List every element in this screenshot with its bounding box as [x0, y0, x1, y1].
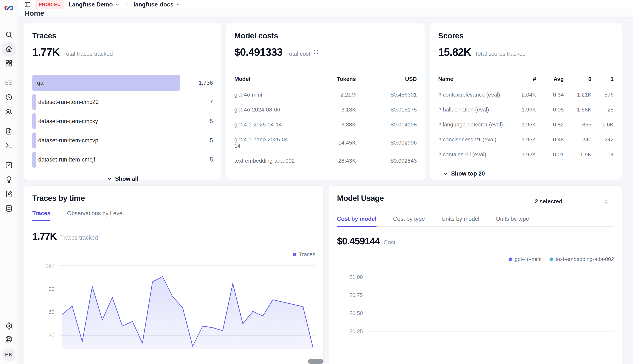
- trace-bar-row[interactable]: dataset-run-item-cmc297: [32, 92, 213, 112]
- users-icon: [5, 108, 13, 116]
- traces-by-time-card: Traces by time TracesObservations by Lev…: [24, 186, 324, 364]
- column-header: #: [508, 76, 536, 87]
- trace-bar-row[interactable]: dataset-run-item-cmcjf5: [32, 150, 213, 169]
- trace-name: qa: [37, 80, 44, 86]
- table-row: gpt-4.1-2025-04-143.38K$0.014108: [234, 117, 417, 132]
- column-header: USD: [356, 76, 417, 87]
- scores-total: 15.82K: [438, 46, 471, 58]
- y-axis-tick: 90: [32, 286, 55, 292]
- database-icon: [5, 204, 13, 212]
- tab-cost-by-model[interactable]: Cost by model: [337, 216, 376, 226]
- trace-name: dataset-run-item-cmcjf: [38, 156, 95, 163]
- usage-cost: $0.459144: [337, 236, 380, 246]
- sidebar-item-home[interactable]: [2, 42, 16, 56]
- project-breadcrumb[interactable]: langfuse-docs: [134, 1, 181, 8]
- sidebar-item-lifebuoy[interactable]: [3, 333, 15, 345]
- lightbulb-icon: [5, 176, 13, 184]
- trace-bar-row[interactable]: dataset-run-item-cmcky5: [32, 112, 213, 131]
- table-row: # conciseness-v1 (eval)1.95K0.48240242: [438, 132, 613, 147]
- row-value: $0.002906: [356, 132, 417, 154]
- table-row: # language-detector (eval)1.95K0.823551.…: [438, 117, 613, 132]
- row-value: 0.01: [536, 147, 564, 162]
- sidebar-toggle-button[interactable]: [24, 1, 31, 8]
- traces-tracked-label: Traces tracked: [60, 234, 98, 241]
- row-value: 14.45K: [295, 132, 356, 154]
- traces-card: Traces 1.77K Total traces tracked qa1,73…: [24, 23, 221, 180]
- trace-name: dataset-run-item-cmcvp: [38, 137, 99, 144]
- page-header: Home: [18, 9, 633, 18]
- traces-bar-list: qa1,736dataset-run-item-cmc297dataset-ru…: [32, 73, 213, 169]
- row-label: gpt-4o-mini: [234, 87, 295, 102]
- row-value: 1.9K: [564, 147, 591, 162]
- horizontal-scrollbar-thumb[interactable]: [308, 359, 324, 364]
- chevrons-up-down-icon: [604, 198, 609, 205]
- trace-bar-row[interactable]: dataset-run-item-cmcvp5: [32, 131, 213, 150]
- line-chart-svg: [368, 270, 614, 338]
- sidebar-item-clipboard-pen[interactable]: [2, 187, 16, 201]
- bar: [32, 94, 36, 110]
- gear-icon: [5, 322, 13, 330]
- model-selector[interactable]: 2 selected: [529, 195, 614, 208]
- total-cost: $0.491333: [234, 46, 283, 58]
- row-value: 2.04K: [508, 87, 536, 102]
- row-label: gpt-4.1-2025-04-14: [234, 117, 295, 132]
- row-value: 1.95K: [508, 117, 536, 132]
- trace-count: 1,736: [185, 80, 213, 86]
- row-value: 14: [591, 147, 613, 162]
- chevron-down-icon: [115, 2, 120, 7]
- row-value: 1.95K: [508, 132, 536, 147]
- card-title: Traces: [32, 32, 213, 40]
- sidebar-item-percent-square[interactable]: [2, 158, 16, 172]
- trace-name: dataset-run-item-cmcky: [38, 118, 98, 124]
- traces-by-time-tabs: TracesObservations by Level: [32, 210, 315, 221]
- y-axis-tick: $0.50: [337, 310, 363, 316]
- sidebar-item-users[interactable]: [2, 105, 16, 118]
- tab-cost-by-type[interactable]: Cost by type: [393, 216, 425, 226]
- row-value: 1.21K: [564, 87, 591, 102]
- trace-bar-row[interactable]: qa1,736: [32, 73, 213, 92]
- sidebar-item-clock[interactable]: [2, 91, 16, 104]
- grid-icon: [5, 60, 13, 67]
- legend-dot-icon: [293, 253, 296, 256]
- sidebar-item-terminal[interactable]: [2, 139, 16, 152]
- trace-name: dataset-run-item-cmc29: [38, 99, 99, 106]
- legend-dot-icon: [549, 258, 553, 261]
- sidebar-item-search[interactable]: [2, 28, 16, 41]
- usage-cost-label: Cost: [384, 239, 395, 246]
- area-chart-svg: [60, 260, 315, 349]
- percent-square-icon: [5, 161, 13, 169]
- panel-left-icon: [24, 1, 31, 8]
- info-icon[interactable]: [313, 49, 319, 55]
- sidebar-item-gear[interactable]: [3, 320, 15, 332]
- tab-traces[interactable]: Traces: [32, 210, 51, 221]
- chart-legend: Traces: [32, 252, 315, 258]
- row-value: 25: [591, 102, 613, 117]
- table-row: gpt-4o-mini2.21M$0.456301: [234, 87, 417, 102]
- table-row: gpt-4o-2024-08-063.13K$0.015175: [234, 102, 417, 117]
- row-value: 576: [591, 87, 613, 102]
- tab-units-by-model[interactable]: Units by model: [441, 216, 479, 226]
- tab-units-by-type[interactable]: Units by type: [496, 216, 529, 226]
- row-value: 0.48: [536, 132, 564, 147]
- legend-item: Traces: [293, 252, 315, 258]
- show-all-button[interactable]: Show all: [32, 176, 213, 182]
- org-breadcrumb[interactable]: Langfuse Demo: [69, 1, 120, 8]
- chevron-down-icon: [176, 2, 181, 7]
- sidebar-bottom: FK: [3, 319, 15, 364]
- table-row: # contains-pii (eval)1.92K0.011.9K14: [438, 147, 613, 162]
- tab-observations-by-level[interactable]: Observations by Level: [67, 210, 124, 221]
- sidebar-item-lightbulb[interactable]: [2, 173, 16, 186]
- sidebar-item-grid[interactable]: [2, 57, 16, 70]
- avatar[interactable]: FK: [3, 348, 15, 361]
- sidebar-nav: [2, 27, 16, 216]
- scores-table: Name#Avg01# contextrelevance (eval)2.04K…: [438, 76, 613, 162]
- sidebar-item-list-tree[interactable]: [2, 76, 16, 90]
- row-label: # conciseness-v1 (eval): [438, 132, 508, 147]
- sidebar-item-database[interactable]: [2, 202, 16, 215]
- page-title: Home: [24, 9, 44, 17]
- legend-item: gpt-4o-mini: [508, 256, 541, 262]
- chart-legend: gpt-4o-minitext-embedding-ada-002: [337, 256, 614, 262]
- show-top-20-button[interactable]: Show top 20: [443, 170, 613, 177]
- sidebar-item-file-code[interactable]: [2, 124, 16, 138]
- column-header: 1: [591, 76, 613, 87]
